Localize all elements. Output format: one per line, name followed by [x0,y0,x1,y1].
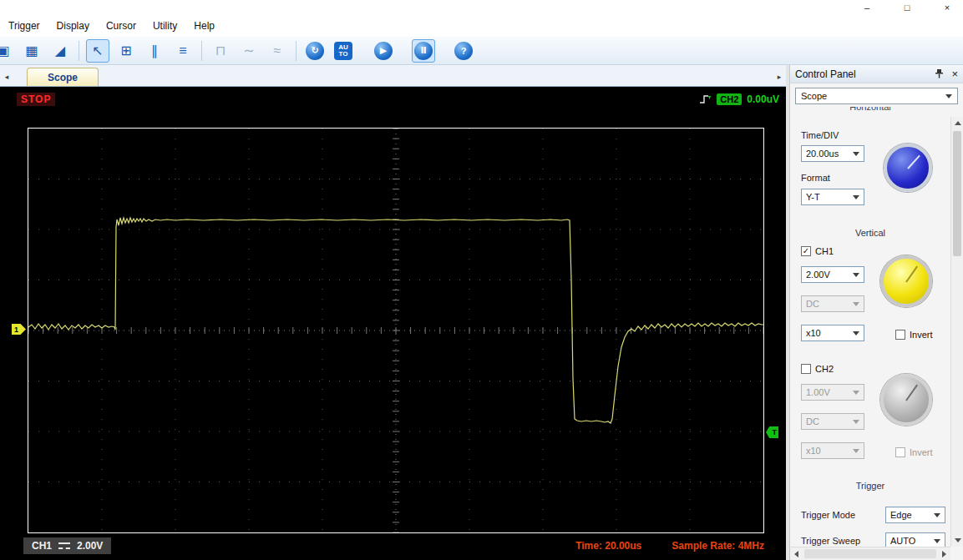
chevron-down-icon [853,273,859,277]
horizontal-scroll-thumb[interactable] [804,549,936,558]
scroll-up-icon[interactable] [951,117,963,129]
channel-scale: 2.00V [77,540,103,552]
vertical-cursor-button[interactable]: ∥ [143,39,166,63]
trigger-mode-label: Trigger Mode [801,510,855,520]
checkbox-icon [895,330,905,340]
chevron-down-icon [853,449,859,453]
grid-display-button[interactable]: ⊞ [114,39,138,63]
tab-scope[interactable]: Scope [27,68,99,86]
ch2-coupling-value: DC [806,416,819,426]
trigger-channel-badge: CH2 [717,93,742,105]
smooth-wave-button[interactable]: ≈ [266,39,289,63]
autoset-icon: AUTO [334,42,352,60]
ch1-coupling-select: DC [801,295,864,312]
horizontal-cursor-button[interactable]: ≡ [171,39,195,63]
trigger-level-value: 0.00uV [747,93,779,105]
time-div-select[interactable]: 20.00us [801,145,864,162]
help-button[interactable]: ? [452,39,475,63]
control-panel-header: Control Panel × [790,65,963,83]
trigger-readout: CH2 0.00uV [699,93,779,105]
section-horizontal-title: Horizontal [790,107,950,114]
ch1-trigger-position-marker[interactable]: 1 [12,324,26,335]
section-trigger-title: Trigger [790,481,950,491]
maximize-button[interactable]: □ [895,3,920,13]
pin-icon[interactable] [935,69,943,78]
slope-button[interactable]: ◢ [48,39,72,63]
ch1-scale-value: 2.00V [806,270,830,280]
digital-display-icon: ▦ [25,44,38,58]
pulse-wave-icon: ⊓ [215,44,226,58]
tab-scroll-left-icon[interactable]: ◂ [0,68,13,86]
ch1-position-knob[interactable] [880,255,932,307]
dc-coupling-icon [58,542,70,549]
checkbox-icon [801,246,811,256]
trigger-mode-value: Edge [890,510,912,520]
ch1-scale-select[interactable]: 2.00V [801,266,864,283]
knob-pointer [905,266,918,283]
scroll-down-icon[interactable] [951,534,963,547]
panel-close-button[interactable]: × [951,68,958,79]
scroll-right-icon[interactable] [938,547,950,560]
scope-display-icon: ▣ [0,44,10,58]
panel-mode-select[interactable]: Scope [795,88,958,104]
ch1-coupling-value: DC [806,299,819,309]
play-icon: ▶ [374,42,393,60]
toolbar-separator [296,41,297,61]
panel-vertical-scrollbar[interactable] [950,117,963,547]
scope-display-button[interactable]: ▣ [0,39,15,63]
ch2-position-knob[interactable] [880,374,932,426]
menu-display[interactable]: Display [48,18,98,34]
sine-wave-button[interactable]: ∼ [237,39,261,63]
menu-help[interactable]: Help [185,18,223,34]
acquisition-info: Time: 20.00us Sample Rate: 4MHz [575,540,764,552]
ch1-checkbox[interactable]: CH1 [801,246,834,256]
ch1-probe-value: x10 [806,328,821,338]
checkbox-icon [801,364,811,374]
control-panel: Control Panel × Scope Horizontal Time/DI… [789,65,963,560]
refresh-icon: ↻ [306,42,324,60]
time-div-label: Time/DIV [801,130,839,140]
menu-utility[interactable]: Utility [144,18,185,34]
cursor-select-button[interactable]: ↖ [86,39,109,63]
pulse-wave-button[interactable]: ⊓ [209,39,232,63]
chevron-down-icon [945,94,952,98]
scope-grid[interactable] [28,128,764,533]
menu-trigger[interactable]: Trigger [0,18,48,34]
run-status-badge: STOP [17,93,55,106]
ch2-trigger-level-marker[interactable]: T [766,426,778,438]
chevron-down-icon [934,513,940,517]
ch1-probe-select[interactable]: x10 [801,325,864,341]
pause-icon: Ⅱ [414,42,433,60]
trigger-mode-select[interactable]: Edge [885,507,945,523]
horizontal-scale-knob[interactable] [884,144,932,192]
pause-button[interactable]: Ⅱ [412,39,435,63]
refresh-button[interactable]: ↻ [303,39,327,63]
format-select[interactable]: Y-T [801,189,864,205]
format-value: Y-T [806,192,820,202]
trigger-sweep-select[interactable]: AUTO [885,532,945,547]
run-button[interactable]: ▶ [372,39,395,63]
ch2-checkbox[interactable]: CH2 [801,364,834,374]
panel-horizontal-scrollbar[interactable] [790,547,950,560]
tab-scope-label: Scope [48,72,78,83]
ch2-coupling-select: DC [801,413,864,430]
control-panel-body: Horizontal Time/DIV 20.00us Format Y-T V… [790,107,950,547]
horizontal-cursor-icon: ≡ [179,44,186,58]
vertical-cursor-icon: ∥ [151,44,158,58]
menu-cursor[interactable]: Cursor [98,18,144,34]
ch1-invert-checkbox[interactable]: Invert [895,330,933,340]
close-button[interactable]: × [935,3,960,13]
tab-scroll-right-icon[interactable]: ▸ [773,68,786,86]
digital-display-button[interactable]: ▦ [20,39,43,63]
scroll-left-icon[interactable] [790,547,803,560]
autoset-button[interactable]: AUTO [332,39,355,63]
vertical-scroll-thumb[interactable] [953,131,961,256]
titlebar: – □ × [0,0,963,15]
slope-icon: ◢ [55,44,65,58]
trigger-edge-icon [699,93,712,105]
app-window: – □ × Trigger Display Cursor Utility Hel… [0,0,963,560]
trigger-sweep-value: AUTO [890,536,915,546]
knob-pointer [905,385,918,401]
ch2-checkbox-label: CH2 [815,364,834,374]
minimize-button[interactable]: – [854,3,879,13]
